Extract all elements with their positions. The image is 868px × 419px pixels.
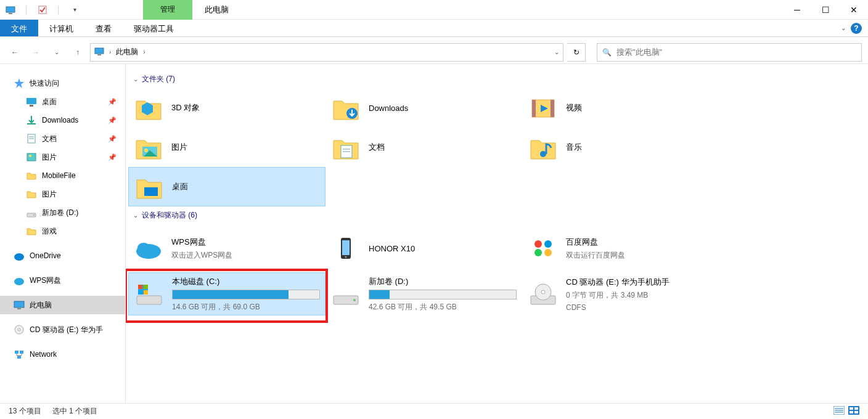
- folder-item[interactable]: 视频: [523, 88, 720, 128]
- ribbon-expand-icon[interactable]: ⌄: [841, 25, 846, 31]
- capacity-bar: [172, 290, 320, 299]
- svg-rect-8: [27, 123, 36, 124]
- svg-marker-5: [14, 78, 24, 88]
- svg-rect-23: [20, 351, 23, 354]
- sidebar-item[interactable]: 桌面📌: [0, 92, 125, 111]
- address-bar[interactable]: › 此电脑 › ⌄: [90, 43, 563, 62]
- context-tab[interactable]: 管理: [143, 0, 192, 20]
- sidebar-item[interactable]: 图片📌: [0, 148, 125, 166]
- item-name: 图片: [171, 142, 187, 153]
- svg-point-43: [345, 256, 347, 258]
- sidebar-item[interactable]: 新加卷 (D:): [0, 203, 125, 222]
- folder-item[interactable]: Downloads: [326, 88, 523, 128]
- svg-rect-29: [551, 100, 554, 117]
- phone-icon: [330, 235, 361, 261]
- sidebar-group-network[interactable]: Network: [0, 345, 125, 364]
- sidebar-group-onedrive[interactable]: OneDrive: [0, 246, 125, 265]
- refresh-button[interactable]: ↻: [567, 43, 586, 62]
- help-button[interactable]: ?: [851, 23, 862, 34]
- quick-access-toolbar: │ │ ▾: [0, 3, 81, 17]
- nav-history-dropdown[interactable]: ⌄: [48, 44, 65, 61]
- details-view-icon[interactable]: [833, 406, 845, 417]
- drive-name: HONOR X10: [369, 244, 518, 253]
- folder-item[interactable]: 音乐: [523, 128, 720, 167]
- maximize-button[interactable]: ☐: [811, 0, 840, 20]
- 3d-icon: [133, 92, 164, 123]
- sidebar-label: 新加卷 (D:): [42, 208, 78, 218]
- section-title: 设备和驱动器 (6): [142, 210, 197, 221]
- chevron-right-icon[interactable]: ›: [109, 49, 111, 55]
- svg-rect-12: [27, 153, 36, 161]
- search-box[interactable]: 🔍: [597, 43, 862, 62]
- sidebar-label: 快速访问: [30, 78, 59, 89]
- svg-rect-22: [15, 351, 18, 354]
- qat-dropdown-icon[interactable]: ▾: [68, 3, 81, 17]
- section-title: 文件夹 (7): [142, 74, 175, 84]
- drive-name: CD 驱动器 (E:) 华为手机助手: [566, 277, 715, 288]
- section-header[interactable]: ⌄设备和驱动器 (6): [133, 210, 866, 221]
- sidebar-item[interactable]: MobileFile: [0, 166, 125, 185]
- drive-item[interactable]: HONOR X10: [326, 227, 523, 270]
- ribbon: 文件 计算机 查看 驱动器工具 ⌄ ?: [0, 20, 868, 37]
- ribbon-tab-drivetools[interactable]: 驱动器工具: [123, 20, 185, 36]
- svg-rect-50: [138, 285, 142, 289]
- ribbon-tab-file[interactable]: 文件: [0, 20, 38, 36]
- tiles-view-icon[interactable]: [848, 406, 859, 417]
- drive-item[interactable]: WPS网盘双击进入WPS网盘: [128, 227, 326, 270]
- pics-icon: [133, 132, 164, 163]
- sidebar-label: 图片: [42, 189, 57, 200]
- drive-capacity: 42.6 GB 可用，共 49.5 GB: [369, 302, 518, 312]
- address-dropdown-icon[interactable]: ⌄: [554, 49, 559, 55]
- sidebar-label: WPS网盘: [30, 275, 61, 286]
- drive-item[interactable]: 新加卷 (D:)42.6 GB 可用，共 49.5 GB: [326, 272, 523, 315]
- sidebar-group-cd[interactable]: CD 驱动器 (E:) 华为手: [0, 320, 125, 339]
- pc-icon: [94, 46, 104, 58]
- folder-item[interactable]: 文档: [326, 128, 523, 167]
- minimize-button[interactable]: ─: [783, 0, 811, 20]
- ribbon-tab-computer[interactable]: 计算机: [38, 20, 84, 36]
- svg-rect-18: [14, 301, 24, 307]
- sidebar-item[interactable]: Downloads📌: [0, 111, 125, 129]
- music-icon: [528, 132, 559, 163]
- drive-item[interactable]: 百度网盘双击运行百度网盘: [523, 227, 720, 270]
- sidebar-group-pc[interactable]: 此电脑: [0, 296, 125, 314]
- section-header[interactable]: ⌄文件夹 (7): [133, 74, 866, 84]
- sidebar-item[interactable]: 游戏: [0, 222, 125, 240]
- sidebar-item[interactable]: 图片: [0, 185, 125, 203]
- nav-forward-button[interactable]: →: [27, 44, 44, 61]
- sidebar-group-star[interactable]: 快速访问: [0, 74, 125, 92]
- sidebar-group-wps[interactable]: WPS网盘: [0, 271, 125, 290]
- svg-rect-4: [97, 54, 101, 55]
- svg-point-47: [544, 249, 552, 256]
- qat-sep: │: [20, 3, 33, 17]
- drive-icon: [330, 281, 361, 307]
- drive-item[interactable]: CD 驱动器 (E:) 华为手机助手0 字节 可用，共 3.49 MBCDFS: [523, 272, 720, 315]
- svg-rect-7: [30, 105, 33, 107]
- item-name: 3D 对象: [171, 102, 200, 113]
- wps-cloud-icon: [133, 235, 164, 261]
- nav-back-button[interactable]: ←: [6, 44, 23, 61]
- nav-up-button[interactable]: ↑: [69, 44, 86, 61]
- folder-item[interactable]: 桌面: [128, 167, 326, 206]
- drive-item[interactable]: 本地磁盘 (C:)14.6 GB 可用，共 69.0 GB: [128, 272, 326, 315]
- drive-sub: 双击运行百度网盘: [566, 250, 715, 261]
- chevron-right-icon[interactable]: ›: [143, 49, 145, 55]
- search-icon: 🔍: [602, 48, 612, 57]
- sidebar-label: 图片: [42, 152, 57, 163]
- folder-item[interactable]: 图片: [128, 128, 326, 167]
- drive-name: 百度网盘: [566, 237, 715, 248]
- svg-rect-67: [854, 411, 858, 413]
- search-input[interactable]: [616, 47, 856, 57]
- close-button[interactable]: ✕: [840, 0, 868, 20]
- svg-point-46: [534, 249, 542, 256]
- breadcrumb[interactable]: 此电脑: [116, 47, 138, 57]
- properties-icon[interactable]: [36, 3, 49, 17]
- ribbon-tab-view[interactable]: 查看: [84, 20, 123, 36]
- folder-item[interactable]: 3D 对象: [128, 88, 326, 128]
- item-name: 音乐: [566, 142, 582, 153]
- pin-icon: 📌: [108, 116, 117, 124]
- sidebar-item[interactable]: 文档📌: [0, 129, 125, 148]
- svg-point-13: [29, 155, 31, 157]
- baidu-icon: [528, 235, 559, 261]
- titlebar: │ │ ▾ 管理 此电脑 ─ ☐ ✕: [0, 0, 868, 20]
